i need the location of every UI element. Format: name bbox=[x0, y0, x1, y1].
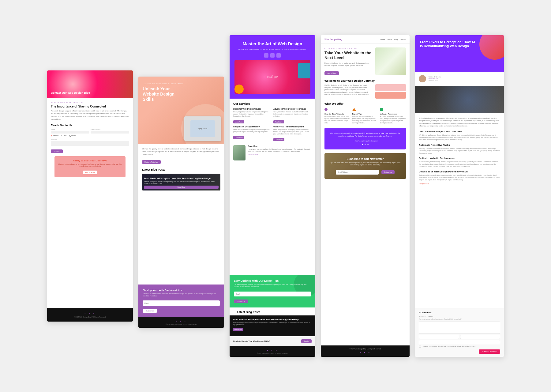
p4-nav-home[interactable]: Home bbox=[380, 39, 385, 40]
p3-testimonial-content: Jane Doe I have taken two courses from t… bbox=[248, 145, 312, 155]
p4-offer-3-name: Valuable Resources bbox=[380, 113, 406, 115]
p2-blog-card-image: From Pixels to Perception: How AI is Rev… bbox=[142, 174, 220, 190]
p1-email-field: Email Address bbox=[91, 129, 129, 134]
p3-service-4-button[interactable]: Learn More bbox=[273, 138, 284, 141]
p3-latest-section: Latest Blog Posts bbox=[230, 307, 315, 315]
p4-subscribe-text: Sign up to receive the latest web design… bbox=[329, 162, 402, 166]
p3-blog-dark-button[interactable]: Read More bbox=[233, 328, 243, 331]
p4-nav-about[interactable]: About bbox=[388, 39, 392, 40]
p3-footer-text: ©2024 Web Design Blog | All Rights Reser… bbox=[232, 352, 313, 354]
p1-body: WEB DESIGN BLOG MATTER The Importance of… bbox=[47, 98, 133, 308]
p3-service-1-text: Start your journey with our comprehensiv… bbox=[233, 111, 272, 117]
p5-comment-check-label: Save my name, email, and website in this… bbox=[422, 345, 476, 347]
p4-hero-button[interactable]: Learn More bbox=[324, 71, 339, 75]
p3-newsletter-button[interactable]: Subscribe bbox=[234, 300, 248, 303]
p4-welcome-text: Our blog dedicated to web design for bot… bbox=[324, 84, 373, 99]
p4-offer-2: Expert Tips Discover tips from experienc… bbox=[352, 108, 378, 124]
p3-testimonial-role: Inspiring Quote bbox=[248, 153, 312, 155]
p4-hero-text: ELITE WEB DESIGN BLOG POSTS Take Your We… bbox=[324, 47, 372, 75]
p1-category: WEB DESIGN BLOG MATTER bbox=[51, 102, 129, 104]
p4-offer-1-text: From basic design concepts to step-by-st… bbox=[324, 115, 350, 124]
p3-avatar bbox=[233, 145, 246, 160]
p5-comment-subtitle: Submit a Comment bbox=[419, 315, 500, 317]
p1-body-text: As a web design blogger, effective commu… bbox=[51, 110, 129, 121]
p5-comment-textarea[interactable] bbox=[419, 322, 500, 334]
p4-offer-3-text: Access a wide range of resources, tools,… bbox=[380, 115, 406, 124]
p4-dot-3 bbox=[367, 144, 369, 145]
p2-hero-tag: ELEVATE YOUR WEBSITE DESIGN SKILLS bbox=[143, 83, 184, 85]
p2-hero-title: Unleash Your Website Design Skills bbox=[143, 86, 182, 102]
p3-cta-bar: Ready to Elevate Your Web Design Skills?… bbox=[230, 336, 315, 346]
p4-triangle-icon bbox=[352, 108, 356, 111]
panel-website: Web Design Blog Home About Blog Contact … bbox=[321, 35, 410, 357]
p4-subscribe-title: Subscribe to Our Newsletter bbox=[329, 157, 402, 160]
p1-name-label: Name bbox=[51, 129, 89, 130]
p5-section-1-title: Gain Valuable Insights Into User Data bbox=[419, 130, 500, 133]
p4-offer-2-text: Discover tips from experienced professio… bbox=[352, 115, 378, 124]
p4-nav-contact[interactable]: Contact bbox=[400, 39, 406, 40]
p3-service-2-text: Take your skills to the next level with … bbox=[273, 111, 312, 117]
p1-footer-dots: • • • bbox=[51, 311, 129, 315]
p3-services-grid: Beginner Web Design Course Start your jo… bbox=[233, 108, 312, 141]
p5-read-more[interactable]: Full post here bbox=[419, 183, 500, 185]
p3-newsletter-input[interactable] bbox=[234, 292, 311, 296]
p3-service-3-button[interactable]: Learn More bbox=[233, 136, 244, 139]
p2-footer-text: ©2024 Web Design Blog | All Rights Reser… bbox=[141, 323, 222, 325]
p1-cta-text: Whether you are a beginner or a seasoned… bbox=[58, 163, 122, 167]
p4-subscribe-button[interactable]: Subscribe bbox=[381, 170, 395, 174]
p5-comment-website-field[interactable] bbox=[419, 340, 500, 344]
p4-subscribe-input[interactable] bbox=[336, 170, 379, 175]
p3-service-2-button[interactable]: Read More bbox=[273, 120, 284, 123]
p1-email-input[interactable] bbox=[91, 131, 129, 134]
p4-hero-subtitle: Discover the latest tips to make your we… bbox=[324, 62, 372, 67]
p5-section-3-title: Optimize Website Performance bbox=[419, 157, 500, 160]
p1-footer-text: ©2024 Web Design Blog | All Rights Reser… bbox=[51, 316, 129, 318]
p3-hero-subtitle: Unlock your potential with our expert re… bbox=[234, 48, 310, 50]
p5-hero: From Pixels to Perception: How AI is Rev… bbox=[415, 35, 504, 72]
p1-message-input[interactable] bbox=[51, 141, 129, 146]
p3-blog-dark-card: From Pixels to Perception: How AI is Rev… bbox=[233, 318, 312, 331]
p4-offer-2-name: Expert Tips bbox=[352, 113, 378, 115]
p4-testimonial-name: — Alex T., Aspiring Web Designer bbox=[329, 140, 402, 142]
p2-hero: laptop screen ELEVATE YOUR WEBSITE DESIG… bbox=[138, 77, 224, 144]
p5-comment-checkbox[interactable] bbox=[419, 345, 421, 348]
p3-orange-decoration bbox=[234, 85, 244, 94]
p3-service-3-name: Responsive Design Mastery bbox=[233, 126, 272, 128]
p3-service-4: WordPress Theme Development Learn the pr… bbox=[273, 126, 312, 141]
p5-author-date: March 1, 2024 bbox=[429, 80, 441, 81]
panel-unleash: laptop screen ELEVATE YOUR WEBSITE DESIG… bbox=[138, 77, 224, 328]
p3-cta-button[interactable]: Sign Up bbox=[301, 339, 312, 343]
p4-nav-blog[interactable]: Blog bbox=[394, 39, 398, 40]
p3-service-1: Beginner Web Design Course Start your jo… bbox=[233, 108, 272, 124]
p3-service-1-button[interactable]: Learn More bbox=[233, 120, 244, 123]
p3-cta-text: Ready to Elevate Your Web Design Skills? bbox=[233, 340, 270, 342]
p1-footer: • • • ©2024 Web Design Blog | All Rights… bbox=[47, 308, 133, 322]
p2-hero-content: ELEVATE YOUR WEBSITE DESIGN SKILLS Unlea… bbox=[143, 83, 184, 102]
p2-newsletter-button[interactable]: Subscribe bbox=[143, 309, 157, 313]
p5-comment-email-field[interactable] bbox=[460, 335, 500, 339]
p4-welcome-cards bbox=[375, 84, 406, 99]
p1-section-title: The Importance of Staying Connected bbox=[51, 105, 129, 108]
p3-testimonial: Jane Doe I have taken two courses from t… bbox=[233, 145, 312, 160]
p5-submit-button[interactable]: Submit Comment bbox=[479, 349, 500, 354]
p2-blog-card-title: From Pixels to Perception: How AI is Rev… bbox=[144, 177, 219, 180]
p4-offer-title: What We Offer bbox=[324, 102, 406, 105]
p5-body: Artificial intelligence is now working s… bbox=[415, 113, 504, 308]
p1-hero: Contact Our Web Design Blog bbox=[47, 70, 133, 98]
p3-latest-title: Latest Blog Posts bbox=[237, 311, 308, 314]
p4-subscribe-section: Subscribe to Our Newsletter Sign up to r… bbox=[324, 153, 406, 179]
p5-comments: 0 Comments Submit a Comment Your email a… bbox=[415, 308, 504, 357]
p1-name-input[interactable] bbox=[51, 131, 89, 134]
p2-newsletter-input[interactable] bbox=[143, 300, 220, 306]
p2-blog-card: From Pixels to Perception: How AI is Rev… bbox=[142, 174, 220, 190]
p2-read-more-button[interactable]: Read More bbox=[144, 186, 219, 189]
p3-teal-decoration bbox=[298, 63, 310, 78]
p3-service-4-name: WordPress Theme Development bbox=[273, 126, 312, 128]
p2-explore-button[interactable]: Explore Tutorials bbox=[142, 160, 161, 164]
p5-comment-name-field[interactable] bbox=[419, 335, 459, 339]
p4-nav: Home About Blog Contact bbox=[380, 39, 406, 40]
p1-submit-button[interactable]: Submit bbox=[51, 149, 63, 153]
p2-latest-title: Latest Blog Posts bbox=[142, 168, 220, 171]
p3-newsletter: Stay Updated with Our Latest Tips Get th… bbox=[230, 275, 315, 307]
p1-cta-button[interactable]: Get Started bbox=[83, 171, 97, 174]
